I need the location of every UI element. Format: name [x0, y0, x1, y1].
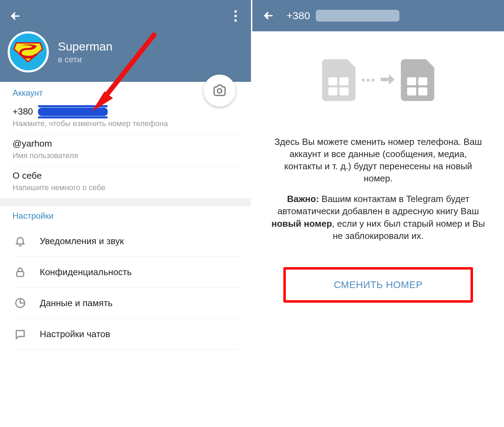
back-arrow-icon [9, 10, 22, 22]
change-number-screen: +380 Здесь Вы можете сменить номер телеф… [252, 0, 504, 427]
settings-item-chat[interactable]: Настройки чатов [13, 319, 238, 350]
change-number-button[interactable]: СМЕНИТЬ НОМЕР [283, 267, 473, 303]
username-hint: Имя пользователя [13, 151, 238, 160]
back-button[interactable] [8, 8, 23, 24]
explain-p2b: , если у них был старый номер и Вы не за… [332, 218, 485, 241]
svg-point-2 [235, 20, 237, 22]
bio-label: О себе [13, 170, 238, 181]
back-button[interactable] [261, 8, 276, 23]
bio-row[interactable]: О себе Напишите немного о себе [13, 167, 238, 199]
old-sim-icon [322, 59, 356, 101]
svg-marker-3 [14, 43, 43, 62]
header: +380 [252, 0, 504, 31]
settings-item-notifications[interactable]: Уведомления и звук [13, 226, 238, 257]
svg-point-1 [235, 15, 237, 17]
section-divider [0, 199, 251, 206]
settings-item-label: Конфиденциальность [40, 267, 132, 278]
bell-icon [14, 235, 26, 247]
dots-icon [362, 79, 374, 81]
more-vertical-icon [234, 10, 237, 22]
title-phone-redacted [316, 10, 399, 22]
settings-screen: Superman в сети Аккаунт +380 Нажмите, чт… [0, 0, 252, 427]
settings-section-title: Настройки [13, 211, 238, 221]
settings-item-label: Уведомления и звук [40, 236, 124, 247]
change-number-button-label: СМЕНИТЬ НОМЕР [286, 279, 471, 290]
username-value: @yarhom [13, 138, 238, 149]
username-row[interactable]: @yarhom Имя пользователя [13, 135, 238, 167]
sim-illustration [270, 59, 487, 101]
settings-section: Настройки Уведомления и звук Конфиденциа… [0, 206, 251, 350]
profile-name: Superman [58, 40, 113, 53]
explain-paragraph-2: Важно: Вашим контактам в Telegram будет … [270, 193, 487, 242]
phone-row[interactable]: +380 Нажмите, чтобы изменить номер телеф… [13, 103, 238, 135]
settings-item-privacy[interactable]: Конфиденциальность [13, 257, 238, 288]
camera-icon [212, 83, 227, 98]
pie-icon [14, 297, 26, 309]
svg-point-4 [217, 89, 222, 93]
profile-status: в сети [58, 55, 113, 64]
superman-logo-icon [13, 41, 44, 62]
settings-item-label: Настройки чатов [40, 329, 110, 340]
lock-icon [14, 266, 26, 278]
phone-redacted [38, 108, 108, 116]
important-label: Важно: [287, 194, 319, 204]
svg-marker-8 [381, 74, 395, 85]
title-prefix: +380 [287, 10, 310, 22]
svg-point-0 [235, 10, 237, 13]
bio-hint: Напишите немного о себе [13, 183, 238, 192]
arrow-right-icon [381, 73, 395, 87]
profile-header: Superman в сети [0, 0, 251, 82]
change-photo-button[interactable] [204, 75, 236, 107]
explain-paragraph-1: Здесь Вы можете сменить номер телефона. … [270, 136, 487, 185]
phone-prefix: +380 [13, 106, 33, 117]
back-arrow-icon [262, 9, 275, 22]
new-number-bold: новый номер [272, 218, 332, 229]
settings-item-data[interactable]: Данные и память [13, 288, 238, 319]
chat-icon [14, 328, 26, 340]
avatar[interactable] [8, 31, 49, 72]
more-button[interactable] [228, 8, 243, 24]
svg-rect-6 [17, 272, 24, 277]
phone-hint: Нажмите, чтобы изменить номер телефона [13, 119, 238, 128]
explanation-text: Здесь Вы можете сменить номер телефона. … [270, 136, 487, 242]
settings-item-label: Данные и память [40, 298, 113, 309]
new-sim-icon [401, 59, 434, 101]
